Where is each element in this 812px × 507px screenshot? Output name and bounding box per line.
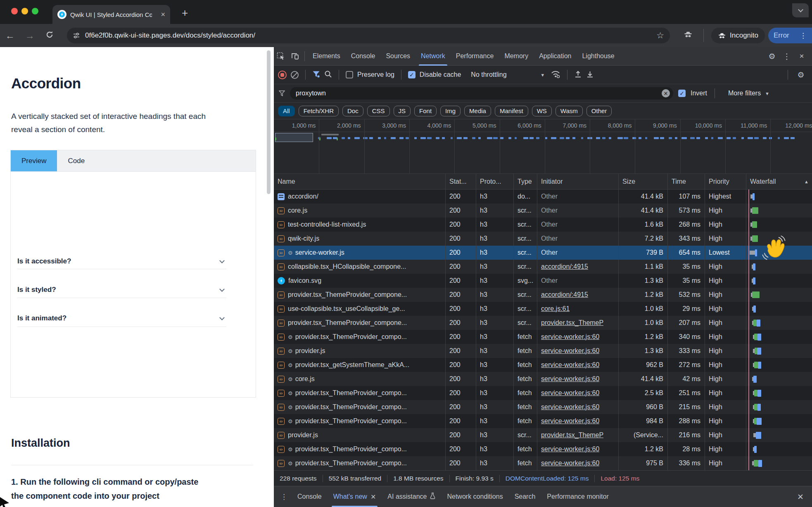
request-name-cell[interactable]: ‹›qwik-city.js xyxy=(274,232,445,246)
overview-selection-window[interactable] xyxy=(275,133,313,142)
drawer-tab-console[interactable]: Console xyxy=(292,486,328,507)
network-filter-input[interactable] xyxy=(290,87,673,100)
request-name-cell[interactable]: ‹›⚙core.js xyxy=(274,372,445,386)
record-network-log-button[interactable] xyxy=(278,71,287,79)
network-request-row[interactable]: ‹›collapsible.tsx_HCollapsible_compone..… xyxy=(274,260,812,274)
network-request-row[interactable]: ‹›⚙provider.tsx_ThemeProvider_compo...20… xyxy=(274,330,812,344)
network-request-row[interactable]: ‹›provider.tsx_ThemeProvider_compone...2… xyxy=(274,316,812,330)
zoom-window-button[interactable] xyxy=(32,8,38,14)
profile-mini-icon[interactable] xyxy=(684,31,693,40)
column-header-name[interactable]: Name xyxy=(274,174,445,189)
network-settings-gear-icon[interactable]: ⚙ xyxy=(794,70,808,80)
network-request-row[interactable]: ‹›⚙service-worker.js200h3scr...Other739 … xyxy=(274,246,812,260)
drawer-tab-performance-monitor[interactable]: Performance monitor xyxy=(541,486,614,507)
network-request-row[interactable]: ‹›test-controlled-list-mixed.js200h3scr.… xyxy=(274,218,812,232)
filter-chip-ws[interactable]: WS xyxy=(532,106,552,116)
devtools-tab-sources[interactable]: Sources xyxy=(380,47,415,66)
initiator-link[interactable]: service-worker.js:60 xyxy=(541,417,599,425)
export-har-icon[interactable] xyxy=(586,70,594,80)
back-button[interactable]: ← xyxy=(0,30,20,41)
request-name-cell[interactable]: ‹›⚙provider.tsx_ThemeProvider_compo... xyxy=(274,330,445,344)
request-name-cell[interactable]: ‹›⚙service-worker.js xyxy=(274,246,445,260)
filter-chip-manifest[interactable]: Manifest xyxy=(495,106,528,116)
network-request-row[interactable]: ‹›use-collapsible.tsx_useCollapsible_ge.… xyxy=(274,302,812,316)
request-name-cell[interactable]: ‹›⚙provider.tsx_getSystemTheme_aKkA... xyxy=(274,358,445,372)
drawer-close-icon[interactable]: ✕ xyxy=(797,492,810,502)
forward-button[interactable]: → xyxy=(20,30,40,41)
error-profile-button[interactable]: Error ⋮ xyxy=(768,28,812,43)
drawer-tab-network-conditions[interactable]: Network conditions xyxy=(441,486,508,507)
preserve-log-checkbox[interactable] xyxy=(346,71,353,78)
initiator-link[interactable]: service-worker.js:60 xyxy=(541,361,599,369)
network-overview-timeline[interactable]: 1,000 ms2,000 ms3,000 ms4,000 ms5,000 ms… xyxy=(274,119,812,174)
invert-checkbox[interactable] xyxy=(678,90,686,97)
column-header-initiator[interactable]: Initiator xyxy=(537,174,618,189)
initiator-link[interactable]: service-worker.js:60 xyxy=(541,347,599,355)
request-name-cell[interactable]: ‹›use-collapsible.tsx_useCollapsible_ge.… xyxy=(274,302,445,316)
filter-chip-css[interactable]: CSS xyxy=(367,106,390,116)
drawer-tab-what-s-new[interactable]: What's new✕ xyxy=(328,486,382,507)
initiator-link[interactable]: service-worker.js:60 xyxy=(541,445,599,453)
request-name-cell[interactable]: ‹›provider.js xyxy=(274,428,445,442)
network-request-row[interactable]: ‹›⚙provider.tsx_ThemeProvider_compo...20… xyxy=(274,386,812,400)
close-window-button[interactable] xyxy=(11,8,18,14)
filter-funnel-icon[interactable] xyxy=(312,71,320,79)
initiator-link[interactable]: service-worker.js:60 xyxy=(541,403,599,411)
drawer-kebab-icon[interactable]: ⋮ xyxy=(276,493,292,501)
network-request-row[interactable]: ‹›⚙provider.tsx_ThemeProvider_compo...20… xyxy=(274,456,812,470)
network-request-row[interactable]: ‹›⚙core.js200h3fetchservice-worker.js:60… xyxy=(274,372,812,386)
request-name-cell[interactable]: ‹›⚙provider.js xyxy=(274,344,445,358)
network-request-row[interactable]: ‹›⚙provider.tsx_ThemeProvider_compo...20… xyxy=(274,414,812,428)
kebab-menu-icon[interactable]: ⋮ xyxy=(800,31,807,40)
devtools-settings-gear-icon[interactable]: ⚙ xyxy=(765,52,779,61)
inspect-element-icon[interactable] xyxy=(274,52,288,60)
column-header-time[interactable]: Time xyxy=(667,174,705,189)
sort-ascending-icon[interactable]: ▲ xyxy=(804,179,809,184)
request-name-cell[interactable]: ‹›⚙provider.tsx_ThemeProvider_compo... xyxy=(274,456,445,470)
request-name-cell[interactable]: ‹›test-controlled-list-mixed.js xyxy=(274,218,445,232)
network-request-row[interactable]: ‹›provider.tsx_ThemeProvider_compone...2… xyxy=(274,288,812,302)
network-request-row[interactable]: favicon.svg200h3svg...Other1.3 kB35 msHi… xyxy=(274,274,812,288)
network-request-row[interactable]: ‹›⚙provider.tsx_ThemeProvider_compo...20… xyxy=(274,442,812,456)
devtools-close-icon[interactable]: × xyxy=(795,52,809,61)
network-conditions-icon[interactable] xyxy=(551,70,560,80)
initiator-link[interactable]: service-worker.js:60 xyxy=(541,460,599,467)
initiator-link[interactable]: provider.tsx_ThemeP xyxy=(541,431,603,439)
request-name-cell[interactable]: ‹›provider.tsx_ThemeProvider_compone... xyxy=(274,288,445,302)
request-name-cell[interactable]: ‹›⚙provider.tsx_ThemeProvider_compo... xyxy=(274,386,445,400)
filter-chip-all[interactable]: All xyxy=(278,106,295,116)
filter-chip-fetch-xhr[interactable]: Fetch/XHR xyxy=(299,106,339,116)
filter-chip-img[interactable]: Img xyxy=(440,106,461,116)
drawer-tab-search[interactable]: Search xyxy=(509,486,541,507)
accordion-item-header[interactable]: Is it animated? xyxy=(17,312,226,325)
minimize-window-button[interactable] xyxy=(21,8,28,14)
devtools-tab-network[interactable]: Network xyxy=(415,47,451,66)
devtools-tab-lighthouse[interactable]: Lighthouse xyxy=(577,47,620,66)
accordion-item-header[interactable]: Is it styled? xyxy=(17,284,226,296)
column-header-type[interactable]: Type xyxy=(513,174,537,189)
column-header-size[interactable]: Size xyxy=(618,174,667,189)
tab-search-button[interactable] xyxy=(792,3,809,17)
search-icon[interactable] xyxy=(324,70,332,80)
devtools-tab-memory[interactable]: Memory xyxy=(499,47,534,66)
devtools-kebab-menu-icon[interactable]: ⋮ xyxy=(780,52,794,61)
more-filters-button[interactable]: More filters xyxy=(728,90,761,97)
devtools-tab-elements[interactable]: Elements xyxy=(307,47,346,66)
devtools-tab-console[interactable]: Console xyxy=(346,47,381,66)
clear-network-log-icon[interactable] xyxy=(291,71,299,79)
filter-chip-wasm[interactable]: Wasm xyxy=(556,106,583,116)
request-name-cell[interactable]: accordion/ xyxy=(274,190,445,204)
column-header-priority[interactable]: Priority xyxy=(705,174,746,189)
network-request-row[interactable]: ‹›⚙provider.js200h3fetchservice-worker.j… xyxy=(274,344,812,358)
request-name-cell[interactable]: ‹›core.js xyxy=(274,204,445,218)
network-request-row[interactable]: accordion/200h3do...Other41.4 kB107 msHi… xyxy=(274,190,812,204)
overview-activity-band[interactable] xyxy=(274,132,812,174)
filter-chip-doc[interactable]: Doc xyxy=(342,106,363,116)
browser-tab[interactable]: Qwik UI | Styled Accordion Co × xyxy=(52,5,170,24)
tab-code[interactable]: Code xyxy=(57,150,95,171)
column-header-proto[interactable]: Proto... xyxy=(476,174,513,189)
omnibox[interactable]: 0f6e2f0b.qwik-ui-site.pages.dev/docs/sty… xyxy=(67,28,670,43)
initiator-link[interactable]: service-worker.js:60 xyxy=(541,333,599,341)
filter-chip-font[interactable]: Font xyxy=(414,106,437,116)
filter-chip-media[interactable]: Media xyxy=(464,106,491,116)
